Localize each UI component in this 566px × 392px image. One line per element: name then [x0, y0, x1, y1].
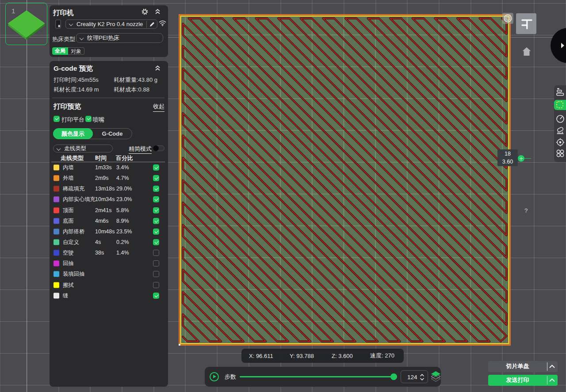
- plate-thumbnail[interactable]: 1: [5, 3, 47, 45]
- speedometer-icon[interactable]: [556, 114, 565, 123]
- table-row: 空驶 38s 1.4%: [50, 247, 168, 258]
- nozzle-checkbox-label: 喷嘴: [93, 116, 104, 124]
- line-color-swatch: [54, 240, 59, 245]
- status-x: X: 96.611: [249, 353, 273, 359]
- row-checkbox[interactable]: [153, 228, 159, 235]
- col-percent: 百分比: [116, 154, 133, 162]
- sliced-object[interactable]: [179, 14, 511, 346]
- wifi-icon[interactable]: [159, 20, 166, 27]
- line-color-swatch: [54, 207, 59, 213]
- line-time: 10m48s: [95, 228, 115, 235]
- scope-tabs: 全局 对象: [52, 47, 84, 55]
- tool-preview-active[interactable]: [554, 100, 566, 110]
- structure-icon[interactable]: [556, 126, 565, 135]
- target-settings-icon[interactable]: [556, 138, 565, 147]
- apps-clover-icon[interactable]: [556, 149, 565, 158]
- row-checkbox[interactable]: [153, 175, 159, 181]
- line-time: 13m18s: [95, 186, 115, 192]
- line-type-label: 擦拭: [63, 281, 74, 289]
- line-time: 4m6s: [95, 218, 109, 224]
- row-checkbox[interactable]: [153, 239, 159, 245]
- bed-type-select[interactable]: 纹理PEI热床: [76, 33, 163, 43]
- simple-mode-toggle[interactable]: [153, 145, 164, 151]
- plate-axis-icon[interactable]: [516, 13, 536, 34]
- collapse-panel-icon[interactable]: [155, 8, 161, 15]
- send-print-button[interactable]: 发送打印: [488, 375, 558, 386]
- row-checkbox[interactable]: [153, 271, 159, 277]
- edit-pencil-icon[interactable]: [149, 21, 155, 27]
- table-row: 顶面 2m41s 5.8%: [50, 205, 168, 216]
- steps-value-box[interactable]: 124: [401, 370, 428, 383]
- viewport-3d[interactable]: 18 3.60 ?: [0, 0, 566, 392]
- simple-mode-label: 精简模式: [129, 145, 152, 154]
- tab-object[interactable]: 对象: [68, 47, 84, 55]
- stepper-up-icon[interactable]: [420, 374, 424, 377]
- row-checkbox[interactable]: [153, 164, 159, 171]
- col-time: 时间: [95, 154, 107, 162]
- send-print-label: 发送打印: [488, 376, 547, 384]
- chevron-up-icon[interactable]: [549, 364, 555, 369]
- line-type-table: 内墙 1m33s 3.4% 外墙 2m9s 4.7% 稀疏填充 13m18s 2…: [50, 162, 168, 301]
- line-percent: 29.0%: [116, 186, 132, 192]
- steps-slider[interactable]: [240, 376, 396, 377]
- row-checkbox[interactable]: [153, 207, 159, 213]
- line-type-label: 底面: [63, 217, 74, 225]
- stepper-down-icon[interactable]: [420, 378, 424, 381]
- table-row: 底面 4m6s 8.9%: [50, 216, 168, 226]
- line-type-dropdown[interactable]: 走线类型: [53, 145, 113, 152]
- coordinate-status-bar: X: 96.611 Y: 93.788 Z: 3.600 速度: 270: [241, 349, 404, 363]
- print-preview-title: 打印预览: [54, 102, 81, 111]
- row-checkbox[interactable]: [153, 250, 159, 256]
- layers-stack-icon[interactable]: [431, 371, 440, 382]
- line-color-swatch: [54, 271, 59, 277]
- tab-gcode[interactable]: G-Code: [93, 129, 132, 139]
- table-row: 回抽: [50, 258, 168, 269]
- line-percent: 3.4%: [116, 164, 129, 171]
- stat-print-time: 打印时间:45m55s: [54, 76, 99, 84]
- line-type-label: 内墙: [63, 164, 74, 171]
- line-type-label: 顶面: [63, 206, 74, 214]
- row-checkbox[interactable]: [153, 218, 159, 224]
- steps-slider-handle[interactable]: [390, 373, 397, 380]
- platform-checkbox-label: 打印平台: [61, 116, 84, 124]
- tab-global[interactable]: 全局: [52, 47, 68, 55]
- chevron-right-icon: [561, 43, 564, 48]
- printer-select[interactable]: Creality K2 Pro 0.4 nozzle: [65, 19, 157, 29]
- layers-list-icon[interactable]: [556, 88, 565, 96]
- collapse-link[interactable]: 收起: [153, 103, 164, 112]
- toggle-knob: [153, 145, 159, 151]
- layer-slider-handle[interactable]: [518, 155, 524, 162]
- row-checkbox[interactable]: [153, 260, 159, 266]
- line-color-swatch: [54, 175, 59, 181]
- slice-plate-button[interactable]: 切片单盘: [488, 361, 558, 372]
- chevron-up-icon[interactable]: [549, 378, 555, 382]
- steps-label: 步数: [225, 373, 236, 381]
- printer-settings-gear-icon[interactable]: [141, 8, 149, 15]
- line-color-swatch: [54, 293, 59, 298]
- line-percent: 4.7%: [116, 175, 129, 181]
- stat-filament-cost: 耗材成本:0.88: [114, 86, 149, 94]
- steps-value: 124: [407, 373, 417, 380]
- status-z: Z: 3.600: [332, 353, 353, 359]
- help-mark[interactable]: ?: [524, 207, 528, 214]
- row-checkbox[interactable]: [153, 186, 159, 192]
- col-line-type: 走线类型: [61, 154, 84, 162]
- line-percent: 23.0%: [116, 196, 132, 202]
- play-button[interactable]: [210, 372, 219, 381]
- stat-filament-length: 耗材长度:14.69 m: [54, 86, 99, 94]
- platform-checkbox[interactable]: [54, 116, 60, 122]
- nozzle-checkbox[interactable]: [85, 116, 92, 122]
- line-color-swatch: [54, 197, 59, 202]
- home-view-button[interactable]: [522, 47, 531, 57]
- row-checkbox[interactable]: [153, 282, 159, 288]
- tab-color-display[interactable]: 颜色显示: [53, 128, 93, 139]
- line-color-swatch: [54, 165, 59, 171]
- collapse-panel-icon[interactable]: [155, 65, 161, 71]
- line-type-label: 空驶: [63, 249, 74, 257]
- row-checkbox[interactable]: [153, 196, 159, 202]
- bed-type-value: 纹理PEI热床: [87, 34, 119, 42]
- seam-marker-icon[interactable]: [502, 13, 513, 24]
- line-color-swatch: [54, 282, 59, 288]
- line-type-label: 回抽: [63, 260, 74, 267]
- row-checkbox[interactable]: [153, 293, 159, 299]
